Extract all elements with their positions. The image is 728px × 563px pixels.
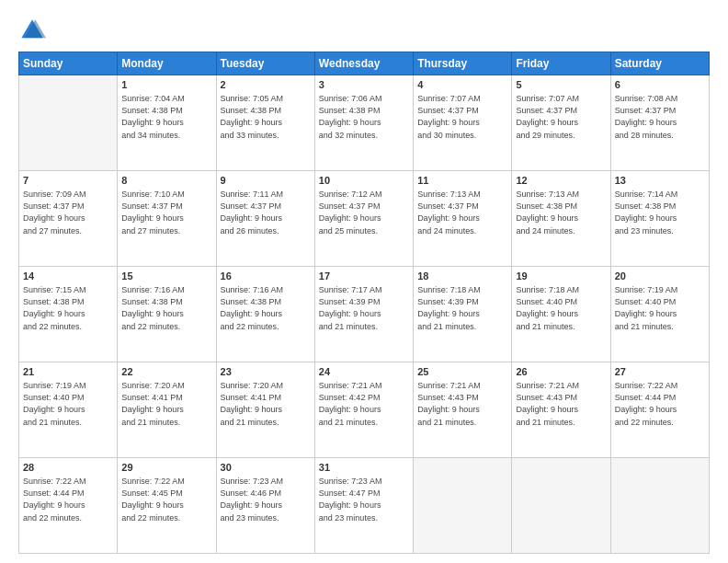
daylight-text: Daylight: 9 hours — [417, 308, 507, 320]
daylight-text: Daylight: 9 hours — [221, 117, 311, 129]
daylight-text-cont: and 28 minutes. — [615, 130, 705, 142]
day-number: 16 — [221, 270, 311, 283]
weekday-monday: Monday — [118, 52, 216, 75]
calendar-cell: 8Sunrise: 7:10 AMSunset: 4:37 PMDaylight… — [118, 171, 216, 267]
weekday-thursday: Thursday — [414, 52, 512, 75]
day-info: Sunrise: 7:13 AMSunset: 4:38 PMDaylight:… — [516, 189, 606, 236]
calendar-cell — [19, 75, 118, 171]
sunset-text: Sunset: 4:37 PM — [319, 201, 409, 213]
week-row-5: 28Sunrise: 7:22 AMSunset: 4:44 PMDayligh… — [19, 458, 710, 554]
sunset-text: Sunset: 4:41 PM — [121, 392, 211, 404]
daylight-text-cont: and 26 minutes. — [221, 225, 311, 237]
day-number: 7 — [23, 174, 113, 188]
day-number: 8 — [121, 174, 211, 188]
sunrise-text: Sunrise: 7:10 AM — [121, 189, 211, 201]
day-number: 31 — [319, 461, 409, 475]
day-info: Sunrise: 7:13 AMSunset: 4:37 PMDaylight:… — [417, 189, 507, 236]
sunrise-text: Sunrise: 7:16 AM — [121, 284, 211, 296]
sunrise-text: Sunrise: 7:20 AM — [121, 380, 211, 392]
sunset-text: Sunset: 4:38 PM — [221, 105, 311, 117]
daylight-text-cont: and 23 minutes. — [221, 512, 311, 524]
calendar-cell: 28Sunrise: 7:22 AMSunset: 4:44 PMDayligh… — [19, 458, 118, 554]
sunset-text: Sunset: 4:37 PM — [417, 201, 507, 213]
calendar-cell: 29Sunrise: 7:22 AMSunset: 4:45 PMDayligh… — [118, 458, 216, 554]
sunset-text: Sunset: 4:37 PM — [121, 201, 211, 213]
day-number: 22 — [121, 365, 211, 379]
day-info: Sunrise: 7:14 AMSunset: 4:38 PMDaylight:… — [615, 189, 705, 236]
day-number: 20 — [615, 270, 705, 283]
daylight-text-cont: and 22 minutes. — [221, 321, 311, 333]
daylight-text-cont: and 29 minutes. — [516, 130, 606, 142]
day-number: 26 — [516, 365, 606, 379]
daylight-text: Daylight: 9 hours — [121, 117, 211, 129]
sunrise-text: Sunrise: 7:22 AM — [615, 380, 705, 392]
daylight-text: Daylight: 9 hours — [516, 213, 606, 224]
daylight-text-cont: and 25 minutes. — [319, 225, 409, 237]
daylight-text: Daylight: 9 hours — [319, 117, 409, 129]
sunset-text: Sunset: 4:47 PM — [319, 488, 409, 500]
sunrise-text: Sunrise: 7:20 AM — [221, 380, 311, 392]
calendar-cell: 30Sunrise: 7:23 AMSunset: 4:46 PMDayligh… — [216, 458, 314, 554]
day-number: 23 — [221, 365, 311, 379]
week-row-4: 21Sunrise: 7:19 AMSunset: 4:40 PMDayligh… — [19, 362, 710, 458]
day-number: 13 — [615, 174, 705, 188]
daylight-text: Daylight: 9 hours — [221, 213, 311, 224]
calendar-cell: 26Sunrise: 7:21 AMSunset: 4:43 PMDayligh… — [512, 362, 610, 458]
day-info: Sunrise: 7:21 AMSunset: 4:43 PMDaylight:… — [516, 380, 606, 428]
day-info: Sunrise: 7:22 AMSunset: 4:45 PMDaylight:… — [121, 476, 211, 523]
header — [18, 17, 710, 44]
daylight-text-cont: and 21 minutes. — [516, 417, 606, 429]
calendar-cell — [512, 458, 610, 554]
daylight-text: Daylight: 9 hours — [615, 213, 705, 224]
sunrise-text: Sunrise: 7:05 AM — [221, 93, 311, 105]
sunrise-text: Sunrise: 7:21 AM — [417, 380, 507, 392]
calendar: SundayMondayTuesdayWednesdayThursdayFrid… — [18, 52, 710, 554]
daylight-text-cont: and 32 minutes. — [319, 130, 409, 142]
calendar-cell: 6Sunrise: 7:08 AMSunset: 4:37 PMDaylight… — [610, 75, 709, 171]
daylight-text: Daylight: 9 hours — [417, 404, 507, 416]
day-info: Sunrise: 7:05 AMSunset: 4:38 PMDaylight:… — [221, 93, 311, 141]
daylight-text: Daylight: 9 hours — [221, 308, 311, 320]
day-info: Sunrise: 7:16 AMSunset: 4:38 PMDaylight:… — [121, 284, 211, 332]
day-number: 24 — [319, 365, 409, 379]
calendar-cell: 27Sunrise: 7:22 AMSunset: 4:44 PMDayligh… — [610, 362, 709, 458]
page: SundayMondayTuesdayWednesdayThursdayFrid… — [0, 0, 728, 563]
sunrise-text: Sunrise: 7:11 AM — [221, 189, 311, 201]
sunset-text: Sunset: 4:38 PM — [615, 201, 705, 213]
daylight-text: Daylight: 9 hours — [516, 308, 606, 320]
daylight-text-cont: and 23 minutes. — [615, 225, 705, 237]
calendar-cell: 18Sunrise: 7:18 AMSunset: 4:39 PMDayligh… — [414, 267, 512, 362]
sunrise-text: Sunrise: 7:21 AM — [516, 380, 606, 392]
daylight-text: Daylight: 9 hours — [23, 308, 113, 320]
daylight-text: Daylight: 9 hours — [23, 500, 113, 511]
calendar-cell: 16Sunrise: 7:16 AMSunset: 4:38 PMDayligh… — [216, 267, 314, 362]
weekday-wednesday: Wednesday — [314, 52, 413, 75]
day-number: 27 — [615, 365, 705, 379]
day-info: Sunrise: 7:06 AMSunset: 4:38 PMDaylight:… — [319, 93, 409, 141]
daylight-text-cont: and 22 minutes. — [23, 321, 113, 333]
daylight-text-cont: and 21 minutes. — [516, 321, 606, 333]
calendar-cell: 21Sunrise: 7:19 AMSunset: 4:40 PMDayligh… — [19, 362, 118, 458]
day-info: Sunrise: 7:07 AMSunset: 4:37 PMDaylight:… — [516, 93, 606, 141]
weekday-header-row: SundayMondayTuesdayWednesdayThursdayFrid… — [19, 52, 710, 75]
day-info: Sunrise: 7:23 AMSunset: 4:47 PMDaylight:… — [319, 476, 409, 523]
sunrise-text: Sunrise: 7:19 AM — [23, 380, 113, 392]
calendar-cell: 2Sunrise: 7:05 AMSunset: 4:38 PMDaylight… — [216, 75, 314, 171]
day-number: 30 — [221, 461, 311, 475]
daylight-text-cont: and 21 minutes. — [319, 417, 409, 429]
day-number: 19 — [516, 270, 606, 283]
logo — [18, 17, 50, 44]
sunrise-text: Sunrise: 7:13 AM — [516, 189, 606, 201]
day-number: 2 — [221, 78, 311, 92]
daylight-text-cont: and 33 minutes. — [221, 130, 311, 142]
daylight-text: Daylight: 9 hours — [121, 500, 211, 511]
calendar-cell: 23Sunrise: 7:20 AMSunset: 4:41 PMDayligh… — [216, 362, 314, 458]
calendar-cell: 3Sunrise: 7:06 AMSunset: 4:38 PMDaylight… — [314, 75, 413, 171]
calendar-cell — [610, 458, 709, 554]
day-number: 10 — [319, 174, 409, 188]
day-info: Sunrise: 7:09 AMSunset: 4:37 PMDaylight:… — [23, 189, 113, 236]
day-number: 17 — [319, 270, 409, 283]
daylight-text: Daylight: 9 hours — [417, 213, 507, 224]
sunset-text: Sunset: 4:39 PM — [319, 296, 409, 308]
calendar-cell — [414, 458, 512, 554]
